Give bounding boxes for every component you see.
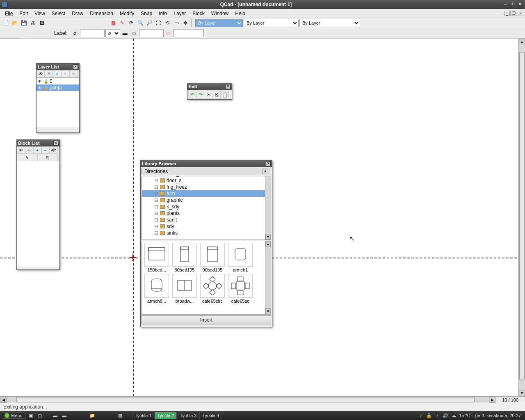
menu-help[interactable]: Help	[232, 10, 249, 17]
open-button[interactable]: 📂	[11, 19, 19, 27]
menu-block[interactable]: Block	[189, 10, 208, 17]
block-rename-button[interactable]: a|b	[50, 146, 58, 154]
workspace-button[interactable]: Työtila 4	[199, 412, 222, 419]
layer-list[interactable]: 👁🔒0👁🔒pohja	[37, 78, 79, 127]
taskbar-app-2[interactable]: ▬	[61, 412, 68, 419]
scroll-thumb[interactable]	[16, 397, 475, 402]
zoom-redraw-button[interactable]: ⟳	[127, 19, 135, 27]
workspace-button[interactable]: Työtila 2	[155, 412, 177, 419]
zoom-in-button[interactable]: 🔍	[136, 19, 144, 27]
layer-show-all-button[interactable]: 👁	[37, 70, 45, 78]
dir-item[interactable]: ⊟sinks	[142, 230, 271, 236]
diameter-symbol-button[interactable]: ⌀	[71, 29, 79, 37]
menu-edit[interactable]: Edit	[16, 10, 31, 17]
block-show-all-button[interactable]: 👁	[17, 146, 25, 154]
close-button[interactable]: ×	[517, 1, 523, 8]
scroll-down-button[interactable]: ▼	[265, 234, 271, 240]
start-menu-button[interactable]: Menu	[2, 412, 25, 419]
block-remove-button[interactable]: −	[41, 146, 50, 154]
scroll-left-button[interactable]: ◀	[0, 397, 7, 403]
tol-input-2[interactable]	[173, 29, 204, 37]
grid-scrollbar[interactable]: ▲ ▼	[265, 241, 271, 314]
print-preview-button[interactable]: 🖼	[38, 19, 46, 27]
maximize-button[interactable]: +	[509, 1, 516, 8]
print-button[interactable]: 🖨	[29, 19, 37, 27]
dir-item[interactable]: ⊟sdy	[142, 223, 271, 230]
menu-window[interactable]: Window	[208, 10, 232, 17]
directory-tree[interactable]: ⊟door_d⊟door_s⊟frig_freez⊟furn⊟graphic⊟k…	[142, 176, 271, 240]
edit-toolbar-panel[interactable]: Edit× ↶ ↷ ✂ ⎘ 📋	[187, 83, 232, 100]
new-button[interactable]: 📄	[2, 19, 10, 27]
library-grid[interactable]: 150bed...80bed19590bed195armch1armch8...…	[142, 241, 271, 315]
paste-button[interactable]: 📋	[221, 91, 229, 98]
dir-item[interactable]: ⊟frig_freez	[142, 184, 271, 190]
layer-remove-button[interactable]: −	[61, 70, 69, 78]
tree-scrollbar[interactable]: ▼	[265, 176, 271, 240]
menu-dimension[interactable]: Dimension	[87, 10, 116, 17]
library-item[interactable]: 80bed195	[171, 243, 198, 272]
library-item[interactable]: armch1	[227, 243, 253, 272]
scroll-up-button[interactable]: ▲	[265, 241, 271, 247]
layer-list-panel[interactable]: Layer List× 👁 👁 + − ≡ 👁🔒0👁🔒pohja	[36, 63, 80, 133]
block-list[interactable]	[17, 161, 59, 267]
mdi-close[interactable]: ×	[518, 11, 523, 16]
tol-button-2[interactable]: ▭	[130, 29, 138, 37]
scroll-down-button[interactable]: ▼	[519, 390, 525, 396]
layer-row[interactable]: 👁🔒pohja	[37, 84, 79, 91]
layer-hide-all-button[interactable]: 👁	[45, 70, 53, 78]
mdi-minimize[interactable]: _	[504, 11, 510, 16]
zoom-out-button[interactable]: 🔎	[145, 19, 153, 27]
library-item[interactable]: cafe65sq	[227, 274, 253, 304]
menu-select[interactable]: Select	[48, 10, 68, 17]
menu-view[interactable]: View	[31, 10, 48, 17]
menu-layer[interactable]: Layer	[170, 10, 189, 17]
library-item[interactable]: 90bed195	[199, 243, 226, 272]
block-insert-button[interactable]: ⎘	[37, 154, 58, 161]
lock-icon[interactable]: 🔒	[426, 413, 432, 418]
block-edit-button[interactable]: ✎	[17, 154, 37, 161]
block-add-button[interactable]: +	[33, 146, 41, 154]
zoom-auto-button[interactable]: ⛶	[154, 19, 162, 27]
dir-item[interactable]: ⊟graphic	[142, 197, 271, 203]
menu-modify[interactable]: Modify	[116, 10, 137, 17]
panel-close-button[interactable]: ×	[226, 84, 231, 89]
lock-icon[interactable]: 🔒	[43, 79, 48, 84]
save-button[interactable]: 💾	[20, 19, 28, 27]
tol-input-1[interactable]	[139, 29, 164, 37]
menu-draw[interactable]: Draw	[68, 10, 87, 17]
scroll-right-button[interactable]: ▶	[489, 397, 495, 403]
dir-item[interactable]: ⊟plants	[142, 210, 271, 217]
tol-button-3[interactable]: ▭	[164, 29, 173, 37]
workspace-button[interactable]: Työtila 3	[177, 412, 199, 419]
label-input[interactable]	[80, 29, 105, 37]
zoom-pan-button[interactable]: ✥	[181, 19, 189, 27]
lock-icon[interactable]: 🔒	[43, 85, 48, 90]
insert-button[interactable]: Insert	[142, 315, 271, 324]
minimize-button[interactable]: −	[502, 1, 509, 8]
panel-close-button[interactable]: ×	[73, 64, 78, 69]
eye-icon[interactable]: 👁	[37, 79, 42, 84]
workspace-button[interactable]: Työtila 1	[132, 412, 155, 419]
taskbar-qcad[interactable]: ▦	[116, 412, 124, 419]
block-list-panel[interactable]: Block List× 👁 👁 + − a|b ✎ ⎘	[16, 139, 60, 270]
tol-button-1[interactable]: ▬	[121, 29, 129, 37]
zoom-prev-button[interactable]: ⟲	[163, 19, 171, 27]
scroll-thumb[interactable]	[519, 52, 525, 379]
show-desktop-button[interactable]: ▣	[27, 412, 34, 419]
panel-close-button[interactable]: ×	[53, 141, 58, 146]
horizontal-scrollbar[interactable]: ◀ ▶	[0, 396, 495, 403]
eye-icon[interactable]: 👁	[37, 85, 42, 90]
cut-button[interactable]: ✂	[205, 91, 212, 98]
panel-close-button[interactable]: ×	[266, 161, 271, 166]
diameter-select[interactable]: ø	[105, 29, 120, 37]
shield-icon[interactable]: ✓	[418, 413, 424, 418]
draft-toggle-button[interactable]: ✎	[118, 19, 126, 27]
window-list-button[interactable]: ▢	[36, 412, 43, 419]
linetype-select[interactable]: By Layer	[244, 19, 299, 27]
library-item[interactable]: 150bed...	[144, 243, 170, 272]
grid-toggle-button[interactable]: ▦	[109, 19, 117, 27]
mdi-restore[interactable]: ❐	[510, 11, 517, 16]
copy-button[interactable]: ⎘	[213, 91, 221, 98]
dir-item[interactable]: ⊟door_s	[142, 177, 271, 184]
dir-item[interactable]: ⊟sanit	[142, 217, 271, 223]
